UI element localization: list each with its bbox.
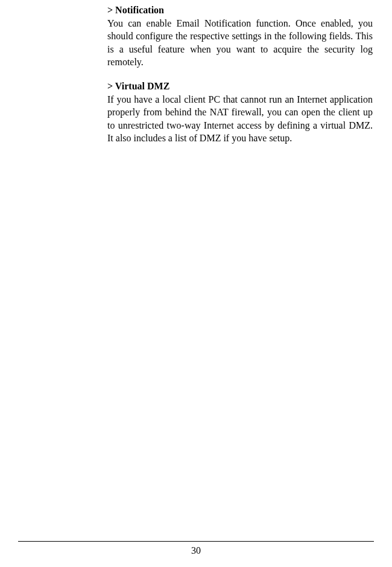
heading-virtual-dmz: > Virtual DMZ bbox=[107, 80, 373, 93]
footer-rule bbox=[18, 541, 374, 542]
heading-notification: > Notification bbox=[107, 4, 373, 17]
page-number: 30 bbox=[0, 545, 392, 556]
body-virtual-dmz: If you have a local client PC that canno… bbox=[107, 93, 373, 145]
section-virtual-dmz: > Virtual DMZ If you have a local client… bbox=[107, 80, 373, 145]
body-notification: You can enable Email Notification functi… bbox=[107, 17, 373, 69]
document-page: > Notification You can enable Email Noti… bbox=[0, 0, 392, 567]
page-content: > Notification You can enable Email Noti… bbox=[107, 4, 373, 156]
section-notification: > Notification You can enable Email Noti… bbox=[107, 4, 373, 69]
